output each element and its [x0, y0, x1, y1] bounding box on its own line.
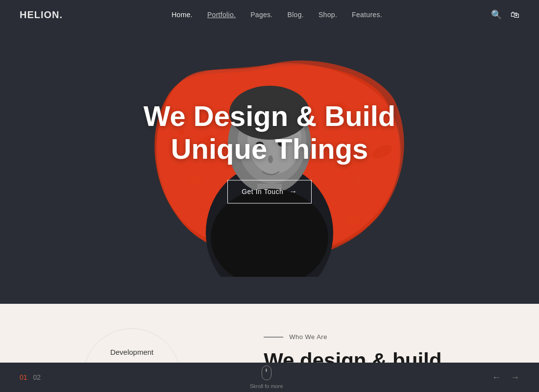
cta-arrow-icon: → [289, 188, 297, 196]
hero-bottom-bar: 01 02 Skroll fo more ← → [0, 363, 539, 392]
prev-arrow[interactable]: ← [492, 372, 501, 383]
hero-heading: We Design & Build Unique Things [122, 100, 416, 165]
cta-button[interactable]: Get In Touch → [227, 180, 312, 204]
cart-icon[interactable]: 🛍 [511, 10, 519, 20]
site-logo: HELION. [20, 9, 63, 21]
nav-arrows: ← → [492, 372, 519, 383]
hero-heading-line1: We Design & Build [144, 100, 396, 132]
nav-features[interactable]: Features. [352, 11, 382, 19]
search-icon[interactable]: 🔍 [491, 9, 502, 20]
nav-home[interactable]: Home. [172, 11, 193, 19]
scroll-label: Skroll fo more [250, 383, 283, 389]
header-icons: 🔍 🛍 [491, 9, 519, 20]
site-header: HELION. Home. Portfolio. Pages. Blog. Sh… [0, 0, 539, 29]
hero-heading-line2: Unique Things [171, 133, 368, 165]
section-tag: Who We Are [264, 333, 510, 341]
hero-text-block: We Design & Build Unique Things Get In T… [122, 100, 416, 203]
nav-blog[interactable]: Blog. [288, 11, 304, 19]
logo-text: HELION [20, 9, 60, 20]
main-nav: Home. Portfolio. Pages. Blog. Shop. Feat… [172, 11, 382, 19]
tag-line-decoration [264, 337, 283, 338]
slide-indicator-2[interactable]: 02 [33, 373, 41, 381]
nav-pages[interactable]: Pages. [250, 11, 272, 19]
section-tag-label: Who We Are [289, 333, 327, 341]
cta-label: Get In Touch [242, 188, 283, 196]
hero-section: We Design & Build Unique Things Get In T… [0, 0, 539, 304]
nav-portfolio[interactable]: Portfolio. [207, 11, 236, 19]
nav-shop[interactable]: Shop. [318, 11, 337, 19]
slide-indicator-1[interactable]: 01 [20, 373, 27, 381]
scroll-mouse-icon [262, 366, 271, 380]
development-label: Development [110, 348, 153, 356]
next-arrow[interactable]: → [511, 372, 519, 383]
slide-indicators: 01 02 [20, 373, 41, 381]
scroll-hint: Skroll fo more [250, 366, 283, 389]
logo-dot: . [60, 9, 63, 20]
